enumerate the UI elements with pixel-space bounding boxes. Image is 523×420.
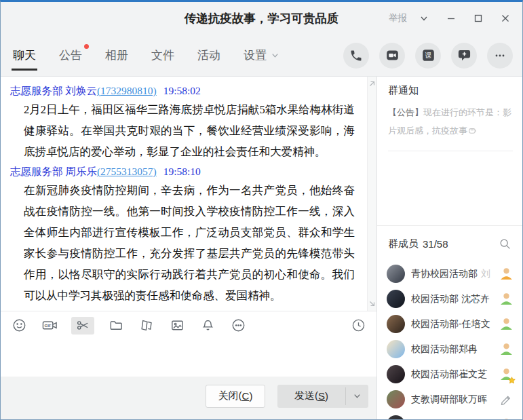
member-role-icon (498, 417, 514, 420)
group-members-header: 群成员 31/58 (377, 226, 522, 261)
member-role-icon (498, 291, 514, 307)
new-topic-button[interactable] (451, 43, 477, 69)
member-role-icon (498, 316, 514, 332)
send-options-button[interactable] (346, 385, 368, 408)
more-actions-button[interactable] (487, 43, 513, 69)
message-header: 志愿服务部 刘焕云(1732980810)19:58:02 (10, 83, 355, 99)
message-time: 19:58:10 (163, 166, 201, 177)
course-button[interactable]: 课 (415, 43, 441, 69)
member-name: 校园活动部-任培文 (411, 318, 498, 330)
member-avatar (387, 390, 405, 408)
group-sidebar: 群通知 【公告】现在进行的环节是：影片观后感，抗疫故事 群成员 31/58 青协… (377, 77, 522, 419)
red-dot-badge (84, 44, 89, 49)
tab-settings[interactable]: 设置 (242, 35, 280, 76)
minimize-button[interactable] (440, 8, 463, 28)
member-name: 支教调研部耿万晖 (411, 394, 498, 406)
gif-hotpic-button[interactable]: GIF (41, 317, 58, 335)
main-area: 志愿服务部 刘焕云(1732980810)19:58:02 2月2日上午，福田区… (1, 77, 522, 419)
message-body: 在新冠肺炎疫情防控期间，辛去病，作为一名共产党员，他始终奋战在疫情防控一线。他第… (10, 180, 355, 306)
group-notice-text[interactable]: 【公告】现在进行的环节是：影片观后感，抗疫故事 (388, 103, 513, 140)
more-circle-icon (231, 318, 246, 333)
sender-uid-link[interactable]: (2755313057) (97, 166, 157, 177)
chat-scroll-strip[interactable] (367, 77, 376, 311)
search-members-button[interactable] (497, 235, 513, 252)
message-history-button[interactable] (349, 317, 367, 335)
tab-chat[interactable]: 聊天 (12, 35, 37, 76)
close-icon (501, 14, 510, 23)
person-role-icon (499, 417, 514, 419)
sender-uid-link[interactable]: (1732980810) (97, 85, 157, 96)
person-role-icon (499, 292, 514, 306)
message-body: 2月2日上午，福田区福华三路海底捞卓悦店捐献5箱水果给梅林街道健康驿站。在举国共… (10, 99, 355, 162)
chat-message: 志愿服务部 刘焕云(1732980810)19:58:02 2月2日上午，福田区… (10, 83, 355, 162)
close-chat-button[interactable]: 关闭(C) (206, 385, 265, 408)
message-input[interactable] (1, 339, 376, 377)
notify-button[interactable] (199, 317, 216, 335)
member-name: 校园活动部郑冉 (411, 343, 498, 356)
smiley-icon (12, 318, 27, 333)
chevron-down-icon (271, 52, 279, 59)
chevron-down-icon (353, 392, 362, 400)
member-row[interactable]: 青协校园活动部刘 (377, 261, 522, 286)
group-notice-title: 群通知 (388, 84, 513, 97)
star-badge-icon (508, 377, 516, 384)
member-row[interactable]: 支教调研部耿万晖 (377, 387, 522, 412)
send-button-row: 关闭(C) 发送(S) (1, 377, 376, 419)
sender-name: 志愿服务部 刘焕云 (10, 85, 97, 96)
member-avatar (387, 340, 405, 358)
fist-emoji-icon (468, 126, 477, 135)
close-button[interactable] (494, 8, 517, 28)
person-role-icon (499, 317, 514, 331)
report-button[interactable]: 举报 (387, 9, 408, 27)
send-button[interactable]: 发送(S) (277, 385, 345, 408)
message-viewport[interactable]: 志愿服务部 刘焕云(1732980810)19:58:02 2月2日上午，福田区… (1, 77, 376, 311)
send-image-button[interactable] (168, 317, 186, 335)
image-icon (170, 318, 185, 333)
shake-window-icon (139, 318, 155, 333)
member-role-icon (498, 366, 514, 383)
member-list: 青协校园活动部刘 校园活动部 沈芯卉 (377, 261, 522, 419)
member-name: 校园活动部崔文芝 (411, 368, 498, 381)
more-tools-button[interactable] (229, 317, 247, 335)
chat-column: 志愿服务部 刘焕云(1732980810)19:58:02 2月2日上午，福田区… (1, 77, 377, 419)
group-notice-section: 群通知 【公告】现在进行的环节是：影片观后感，抗疫故事 (377, 77, 522, 225)
member-row[interactable]: 校园活动部崔文芝 (377, 362, 522, 387)
member-name: 青协校园活动部刘 (411, 268, 498, 280)
send-split-button: 发送(S) (277, 385, 368, 408)
chat-bubble-plus-icon (457, 48, 471, 62)
emoji-button[interactable] (10, 317, 28, 335)
search-icon (499, 237, 511, 250)
maximize-icon (473, 14, 483, 23)
scroll-to-bottom-icon[interactable] (368, 300, 376, 307)
scroll-to-top-icon[interactable] (368, 80, 376, 88)
window-shake-button[interactable] (138, 317, 155, 335)
voice-call-button[interactable] (343, 43, 369, 69)
member-row[interactable]: 校园活动部-任培文 (377, 311, 522, 337)
member-row[interactable]: 校园活动部 沈芯卉 (377, 286, 522, 311)
screenshot-button[interactable] (71, 317, 94, 335)
tab-album[interactable]: 相册 (104, 35, 130, 76)
gif-icon: GIF (41, 318, 58, 333)
message-time: 19:58:02 (163, 85, 201, 96)
send-file-button[interactable] (107, 317, 125, 335)
tab-announcement[interactable]: 公告 (58, 35, 83, 76)
titlebar-dropdown-button[interactable] (412, 8, 435, 28)
input-toolbar: GIF (1, 311, 376, 339)
course-icon: 课 (421, 48, 435, 62)
member-avatar (387, 265, 405, 283)
notice-divider (388, 151, 513, 151)
member-row[interactable] (377, 412, 522, 419)
tab-files[interactable]: 文件 (150, 35, 176, 76)
member-row[interactable]: 校园活动部郑冉 (377, 337, 522, 362)
member-avatar (387, 415, 405, 419)
member-name: 校园活动部 沈芯卉 (411, 293, 498, 305)
member-avatar (387, 315, 405, 333)
video-camera-icon (385, 48, 400, 62)
maximize-button[interactable] (467, 8, 490, 28)
tab-activities[interactable]: 活动 (196, 35, 222, 76)
tab-bar: 聊天 公告 相册 文件 活动 设置 课 (1, 35, 522, 77)
video-call-button[interactable] (379, 43, 405, 69)
notice-tag: 【公告】 (388, 107, 423, 117)
members-title: 群成员 (388, 237, 419, 250)
member-name (411, 419, 498, 420)
